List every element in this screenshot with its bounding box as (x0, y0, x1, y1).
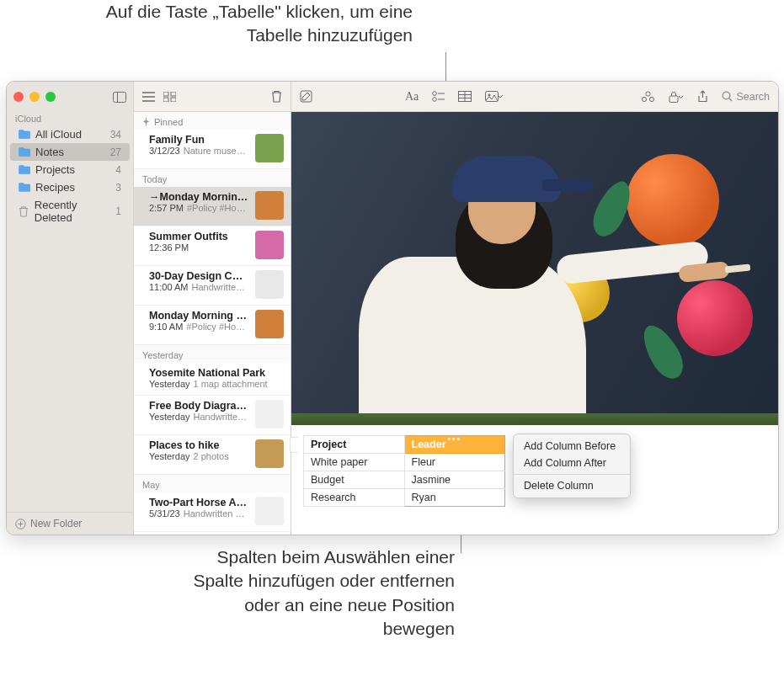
sidebar-item-label: Recipes (35, 181, 75, 194)
checklist-button[interactable] (432, 91, 445, 102)
column-context-menu: Add Column Before Add Column After Delet… (513, 434, 631, 498)
note-title: Places to hike (149, 439, 248, 451)
list-view-button[interactable] (142, 92, 155, 102)
link-note-button[interactable] (641, 91, 655, 103)
table-cell[interactable]: Ryan (404, 489, 504, 507)
list-toolbar (134, 82, 291, 112)
search-icon (722, 91, 733, 102)
sidebar-item-folder[interactable]: All iCloud34 (10, 125, 130, 143)
notes-window: iCloud All iCloud34Notes27Projects4Recip… (6, 81, 779, 535)
minimize-window-button[interactable] (29, 92, 40, 102)
table-row[interactable]: Budget Jasmine (304, 471, 505, 489)
sidebar-item-count: 34 (110, 129, 121, 141)
sidebar-item-label: All iCloud (35, 128, 82, 141)
note-list-item[interactable]: Free Body DiagramsYesterdayHandwritten n… (134, 396, 291, 435)
column-drag-handle-icon[interactable]: ••• (448, 434, 462, 444)
note-title: →Monday Morning Mee… (149, 191, 248, 203)
table-cell[interactable]: Fleur (404, 454, 504, 471)
menu-separator (514, 474, 630, 475)
editor-pane: Aa (291, 82, 778, 535)
note-list-item[interactable]: Yosemite National ParkYesterday1 map att… (134, 363, 291, 396)
note-list-item[interactable]: Two-Part Horse Anima…5/31/23Handwritten … (134, 492, 291, 532)
note-table-area[interactable]: Project ••• Leader White paper Fleur Bud… (291, 425, 778, 517)
editor-toolbar: Aa (291, 82, 778, 112)
note-title: Monday Morning Meeting (149, 310, 248, 322)
note-thumbnail (255, 439, 284, 468)
table-header-leader[interactable]: ••• Leader (404, 436, 504, 454)
menu-delete-column[interactable]: Delete Column (514, 477, 630, 494)
table-row[interactable]: White paper Fleur (304, 454, 505, 471)
zoom-window-button[interactable] (45, 92, 56, 102)
note-title: Two-Part Horse Anima… (149, 497, 248, 508)
callout-bottom-text: Spalten beim Auswählen einer Spalte hinz… (189, 545, 455, 641)
sidebar-toggle-icon[interactable] (113, 92, 126, 103)
note-list-item[interactable]: Summer Outfits12:36 PM (134, 226, 291, 266)
search-placeholder: Search (736, 91, 770, 103)
note-thumbnail (255, 310, 284, 338)
titlebar-left (7, 82, 133, 112)
close-window-button[interactable] (13, 92, 24, 102)
table-row-handle[interactable] (290, 437, 298, 453)
table-cell[interactable]: Jasmine (404, 471, 504, 489)
note-title: Yosemite National Park (149, 367, 284, 379)
svg-rect-26 (669, 96, 678, 103)
note-thumbnail (255, 270, 284, 299)
delete-note-button[interactable] (271, 90, 282, 103)
callout-top-text: Auf die Taste „Tabelle" klicken, um eine… (51, 0, 413, 48)
sidebar-item-count: 1 (115, 205, 121, 217)
lock-button[interactable] (669, 91, 684, 103)
trash-icon (19, 206, 29, 217)
table-cell[interactable]: Budget (304, 471, 405, 489)
svg-rect-0 (114, 92, 126, 102)
note-table[interactable]: Project ••• Leader White paper Fleur Bud… (303, 435, 505, 507)
new-folder-label: New Folder (30, 518, 82, 529)
new-folder-button[interactable]: New Folder (7, 512, 133, 535)
new-note-button[interactable] (300, 90, 312, 103)
sidebar-item-folder[interactable]: Recipes3 (10, 178, 130, 196)
sidebar-item-recently-deleted[interactable]: Recently Deleted1 (10, 196, 130, 226)
note-list-item[interactable]: 30-Day Design Challen…11:00 AMHandwritte… (134, 266, 291, 306)
note-list-item[interactable]: →Monday Morning Mee…2:57 PM#Policy #Hous… (134, 187, 291, 226)
table-header-project[interactable]: Project (304, 436, 405, 454)
table-cell[interactable]: White paper (304, 454, 405, 471)
folder-icon (19, 165, 30, 174)
note-thumbnail (255, 400, 284, 428)
table-row[interactable]: Research Ryan (304, 489, 505, 507)
notelist-section-header: Yesterday (134, 345, 291, 363)
note-list-item[interactable]: Monday Morning Meeting9:10 AM#Policy #Ho… (134, 306, 291, 345)
notes-list-pane: PinnedFamily Fun3/12/23Nature museumToda… (133, 82, 291, 535)
folder-icon (19, 183, 30, 192)
note-list-item[interactable]: Places to hikeYesterday2 photos (134, 435, 291, 475)
note-hero-image (291, 112, 778, 425)
svg-point-22 (488, 93, 491, 96)
note-subtitle: 11:00 AMHandwritten note (149, 282, 248, 292)
sidebar-item-label: Notes (35, 146, 64, 158)
note-subtitle: 9:10 AM#Policy #Housing… (149, 322, 248, 332)
pin-icon (142, 117, 150, 127)
media-button[interactable] (485, 91, 504, 103)
share-button[interactable] (697, 90, 708, 103)
table-button[interactable] (458, 91, 472, 102)
svg-rect-9 (171, 92, 176, 96)
note-list-item[interactable]: Sunlight and Circadian…5/29/23#school #p… (134, 532, 291, 535)
menu-add-column-before[interactable]: Add Column Before (514, 438, 630, 455)
sidebar-item-folder[interactable]: Projects4 (10, 161, 130, 178)
search-field[interactable]: Search (722, 91, 770, 103)
notes-list-body[interactable]: PinnedFamily Fun3/12/23Nature museumToda… (134, 112, 291, 535)
format-button[interactable]: Aa (405, 90, 419, 104)
note-list-item[interactable]: Family Fun3/12/23Nature museum (134, 130, 291, 169)
sidebar-item-folder[interactable]: Notes27 (10, 143, 130, 161)
note-thumbnail (255, 497, 284, 525)
svg-point-13 (433, 92, 437, 96)
note-thumbnail (255, 191, 284, 220)
menu-add-column-after[interactable]: Add Column After (514, 455, 630, 471)
sidebar-item-count: 4 (115, 164, 121, 176)
svg-point-15 (433, 98, 437, 102)
sidebar-item-label: Projects (35, 163, 75, 176)
note-subtitle: 12:36 PM (149, 242, 248, 253)
gallery-view-button[interactable] (163, 92, 176, 102)
table-cell[interactable]: Research (304, 489, 405, 507)
note-subtitle: 2:57 PM#Policy #Housing… (149, 203, 248, 213)
svg-point-23 (643, 97, 647, 101)
folder-icon (19, 130, 30, 139)
